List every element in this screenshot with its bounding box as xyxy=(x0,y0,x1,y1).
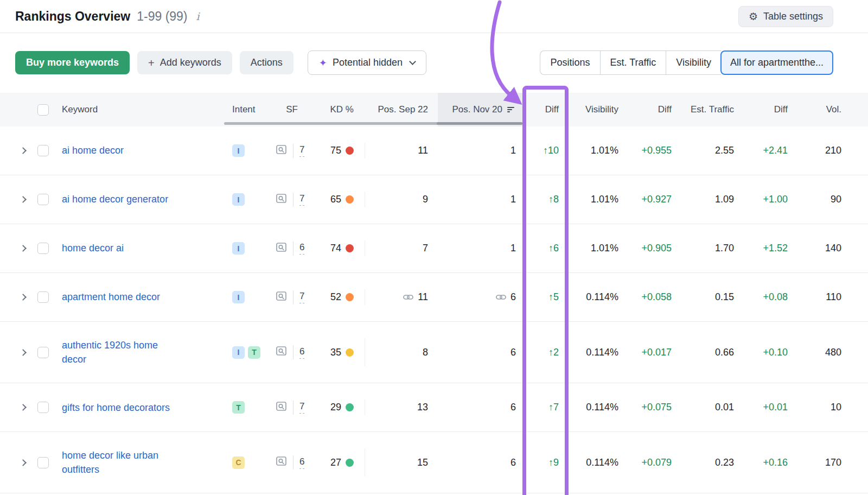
expand-column-header xyxy=(15,93,34,126)
sf-count[interactable]: 6 xyxy=(299,242,304,255)
keyword-link[interactable]: ai home decor xyxy=(62,143,124,157)
table-settings-button[interactable]: ⚙ Table settings xyxy=(738,6,833,27)
pos-nov-cell: 6 xyxy=(438,402,524,413)
expand-cell xyxy=(15,460,34,465)
col-est-traffic[interactable]: Est. Traffic xyxy=(678,93,741,126)
info-icon[interactable]: i xyxy=(196,10,200,22)
keyword-cell: ai home decor generator xyxy=(56,192,226,206)
visibility-diff-value: +0.058 xyxy=(624,291,678,303)
sf-count[interactable]: 6 xyxy=(299,346,304,359)
pos-diff-value: ↑9 xyxy=(524,457,570,468)
col-pos-nov-20[interactable]: Pos. Nov 20 xyxy=(438,93,524,126)
table-row: authentic 1920s home decor IT 6 35 xyxy=(0,322,868,383)
visibility-value: 0.114% xyxy=(570,347,624,358)
kd-cell: 27 xyxy=(316,457,365,468)
col-visibility-diff[interactable]: Diff xyxy=(624,93,678,126)
expand-chevron-icon[interactable] xyxy=(20,294,27,301)
expand-cell xyxy=(15,405,34,410)
sf-count[interactable]: 7 xyxy=(299,144,304,157)
add-keywords-button[interactable]: + Add keywords xyxy=(137,51,232,74)
keyword-cell: ai home decor xyxy=(56,143,226,157)
col-pos-diff[interactable]: Diff xyxy=(524,93,570,126)
row-checkbox[interactable] xyxy=(37,402,49,413)
view-segments: PositionsEst. TrafficVisibilityAll for a… xyxy=(540,50,833,75)
intent-badges: I xyxy=(226,144,268,157)
pos-nov-value: 6 xyxy=(510,347,516,358)
table-row: gifts for home decorators T 7 29 xyxy=(0,383,868,432)
expand-chevron-icon[interactable] xyxy=(20,349,27,356)
expand-chevron-icon[interactable] xyxy=(20,147,27,154)
segment-visibility[interactable]: Visibility xyxy=(666,50,721,75)
expand-chevron-icon[interactable] xyxy=(20,245,27,252)
intent-badges: T xyxy=(226,401,268,414)
checkbox-cell xyxy=(34,243,56,254)
pos-diff-value: ↑5 xyxy=(524,291,570,303)
col-traffic-diff[interactable]: Diff xyxy=(741,93,795,126)
kd-difficulty-dot xyxy=(346,195,354,204)
page-title: Rankings Overview xyxy=(15,9,130,24)
intent-badge-t: T xyxy=(232,401,245,414)
pos-nov-value: 1 xyxy=(510,243,516,254)
keyword-link[interactable]: ai home decor generator xyxy=(62,192,168,206)
row-checkbox[interactable] xyxy=(37,145,49,156)
col-pos-sep-22[interactable]: Pos. Sep 22 xyxy=(365,93,438,126)
sf-count[interactable]: 7 xyxy=(299,401,304,414)
visibility-diff-value: +0.905 xyxy=(624,243,678,254)
intent-badges: I xyxy=(226,193,268,206)
serp-features-icon xyxy=(276,345,287,359)
pos-sep-cell: 15 xyxy=(365,448,438,477)
sort-icon xyxy=(507,105,516,114)
est-traffic-value: 2.55 xyxy=(678,145,741,156)
select-all-checkbox[interactable] xyxy=(37,104,49,116)
segment-est-traffic[interactable]: Est. Traffic xyxy=(600,50,666,75)
row-checkbox[interactable] xyxy=(37,194,49,205)
serp-features-icon xyxy=(276,193,287,207)
row-checkbox[interactable] xyxy=(37,457,49,468)
table-settings-label: Table settings xyxy=(763,11,823,22)
traffic-diff-value: +0.16 xyxy=(741,457,795,468)
table-row: apartment home decor I 7 52 xyxy=(0,273,868,322)
keyword-link[interactable]: gifts for home decorators xyxy=(62,401,170,415)
sf-count[interactable]: 6 xyxy=(299,456,304,469)
row-checkbox[interactable] xyxy=(37,243,49,254)
sf-count[interactable]: 7 xyxy=(299,193,304,206)
keyword-link[interactable]: authentic 1920s home decor xyxy=(62,338,158,366)
row-checkbox[interactable] xyxy=(37,347,49,358)
toolbar: Buy more keywords + Add keywords Actions… xyxy=(0,33,868,75)
actions-button[interactable]: Actions xyxy=(240,51,293,74)
visibility-value: 0.114% xyxy=(570,402,624,413)
col-keyword[interactable]: Keyword xyxy=(56,93,226,126)
keyword-cell: gifts for home decorators xyxy=(56,401,226,415)
expand-chevron-icon[interactable] xyxy=(20,404,27,411)
pos-sep-cell: 11 xyxy=(365,143,438,158)
pos-nov-cell: 1 xyxy=(438,145,524,156)
potential-hidden-dropdown[interactable]: ✦ Potential hidden xyxy=(308,50,426,75)
segment-positions[interactable]: Positions xyxy=(540,50,599,75)
segment-all-for-apartmentthe[interactable]: All for apartmentthe... xyxy=(720,50,833,75)
keyword-link[interactable]: home decor ai xyxy=(62,241,124,255)
visibility-diff-value: +0.955 xyxy=(624,145,678,156)
col-intent[interactable]: Intent xyxy=(226,93,268,126)
buy-more-keywords-button[interactable]: Buy more keywords xyxy=(15,51,130,74)
col-sf[interactable]: SF xyxy=(268,93,316,126)
sf-cell: 7 xyxy=(268,290,316,304)
table-row: ai home decor I 7 75 xyxy=(0,126,868,175)
sf-count[interactable]: 7 xyxy=(299,291,304,303)
volume-value: 90 xyxy=(795,194,848,205)
expand-chevron-icon[interactable] xyxy=(20,459,27,466)
table-horizontal-scrollbar-thumb[interactable] xyxy=(437,122,522,125)
table-body: ai home decor I 7 75 xyxy=(0,126,868,493)
table-header: Keyword Intent SF KD % Pos. Sep 22 Pos. … xyxy=(0,93,868,126)
col-visibility[interactable]: Visibility xyxy=(570,93,624,126)
kd-cell: 65 xyxy=(316,194,365,205)
traffic-diff-value: +1.00 xyxy=(741,194,795,205)
keyword-link[interactable]: apartment home decor xyxy=(62,290,160,304)
expand-chevron-icon[interactable] xyxy=(20,196,27,203)
intent-badge-c: C xyxy=(232,456,245,469)
row-checkbox[interactable] xyxy=(37,291,49,303)
col-volume[interactable]: Vol. xyxy=(795,93,848,126)
visibility-value: 1.01% xyxy=(570,243,624,254)
expand-cell xyxy=(15,148,34,153)
keyword-link[interactable]: home decor like urban outfitters xyxy=(62,448,158,477)
col-kd[interactable]: KD % xyxy=(316,93,365,126)
